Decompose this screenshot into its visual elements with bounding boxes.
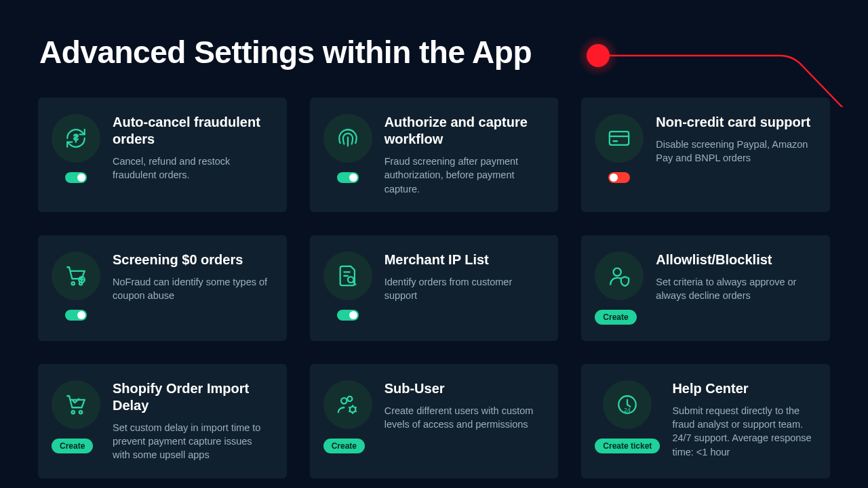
cart-plus-icon	[52, 251, 100, 300]
card-title: Screening $0 orders	[113, 251, 271, 268]
svg-point-17	[341, 398, 347, 404]
clock-24-icon: 24	[603, 380, 652, 429]
card-description: Create different users with custom level…	[384, 404, 542, 432]
card-description: Cancel, refund and restock fraudulent or…	[113, 155, 271, 182]
svg-point-14	[614, 268, 621, 276]
doc-search-icon	[323, 251, 372, 300]
setting-card: CreateSub-UserCreate different users wit…	[310, 364, 559, 479]
svg-point-5	[72, 282, 75, 285]
page-title: Advanced Settings within the App	[0, 0, 868, 70]
card-left-column: Create	[52, 380, 100, 462]
create-button[interactable]: Create	[595, 310, 636, 325]
credit-card-icon	[595, 114, 644, 163]
card-description: Set custom delay in import time to preve…	[113, 421, 271, 462]
setting-card: Auto-cancel fraudulent ordersCancel, ref…	[38, 98, 287, 212]
toggle-switch[interactable]	[337, 172, 359, 183]
card-body: Sub-UserCreate different users with cust…	[384, 380, 542, 462]
create-button[interactable]: Create	[52, 439, 93, 453]
card-title: Auto-cancel fraudulent orders	[113, 114, 271, 148]
create-button[interactable]: Create ticket	[595, 439, 660, 453]
card-title: Allowlist/Blocklist	[656, 251, 814, 268]
svg-point-16	[79, 411, 82, 413]
card-body: Shopify Order Import DelaySet custom del…	[113, 380, 271, 462]
fingerprint-icon	[323, 114, 372, 163]
toggle-switch[interactable]	[65, 310, 87, 321]
card-description: NoFraud can identify some types of coupo…	[113, 275, 271, 303]
card-body: Help CenterSubmit request directly to th…	[672, 380, 814, 462]
card-left-column	[52, 114, 100, 196]
card-left-column	[52, 251, 100, 325]
card-title: Merchant IP List	[384, 251, 542, 268]
setting-card: Authorize and capture workflowFraud scre…	[310, 98, 559, 212]
card-title: Help Center	[672, 380, 814, 397]
card-title: Shopify Order Import Delay	[113, 380, 271, 414]
toggle-switch[interactable]	[608, 172, 630, 183]
card-body: Auto-cancel fraudulent ordersCancel, ref…	[113, 114, 271, 196]
card-left-column	[323, 251, 372, 325]
card-description: Disable screening Paypal, Amazon Pay and…	[656, 138, 814, 165]
card-title: Authorize and capture workflow	[384, 114, 542, 148]
card-left-column: Create	[323, 380, 372, 462]
create-button[interactable]: Create	[323, 439, 365, 453]
card-body: Screening $0 ordersNoFraud can identify …	[113, 251, 271, 325]
card-left-column	[595, 114, 644, 196]
toggle-switch[interactable]	[337, 310, 359, 321]
svg-point-18	[347, 396, 352, 401]
card-left-column	[323, 114, 372, 196]
setting-card: Screening $0 ordersNoFraud can identify …	[38, 235, 287, 341]
card-body: Allowlist/BlocklistSet criteria to alway…	[656, 251, 814, 325]
card-description: Identify orders from customer support	[384, 275, 542, 303]
card-title: Sub-User	[384, 380, 542, 397]
setting-card: CreateShopify Order Import DelaySet cust…	[38, 364, 287, 479]
setting-card: 24Create ticketHelp CenterSubmit request…	[581, 364, 830, 479]
users-gear-icon	[323, 380, 372, 429]
card-left-column: Create	[595, 251, 644, 325]
card-body: Authorize and capture workflowFraud scre…	[384, 114, 542, 196]
settings-grid: Auto-cancel fraudulent ordersCancel, ref…	[0, 70, 868, 479]
card-title: Non-credit card support	[656, 114, 814, 131]
svg-point-15	[72, 411, 75, 413]
setting-card: Non-credit card supportDisable screening…	[581, 98, 830, 212]
svg-text:24: 24	[625, 407, 631, 413]
svg-rect-2	[610, 131, 629, 145]
setting-card: CreateAllowlist/BlocklistSet criteria to…	[581, 235, 830, 341]
cart-check-icon	[52, 380, 100, 429]
card-description: Set criteria to always approve or always…	[656, 275, 814, 303]
setting-card: Merchant IP ListIdentify orders from cus…	[310, 235, 559, 341]
toggle-switch[interactable]	[65, 172, 87, 183]
card-description: Fraud screening after payment authorizat…	[384, 155, 542, 196]
card-body: Merchant IP ListIdentify orders from cus…	[384, 251, 542, 325]
card-left-column: 24Create ticket	[595, 380, 660, 462]
card-body: Non-credit card supportDisable screening…	[656, 114, 814, 196]
user-shield-icon	[595, 251, 644, 300]
card-description: Submit request directly to the fraud ana…	[672, 404, 814, 459]
refresh-dollar-icon	[52, 114, 100, 163]
